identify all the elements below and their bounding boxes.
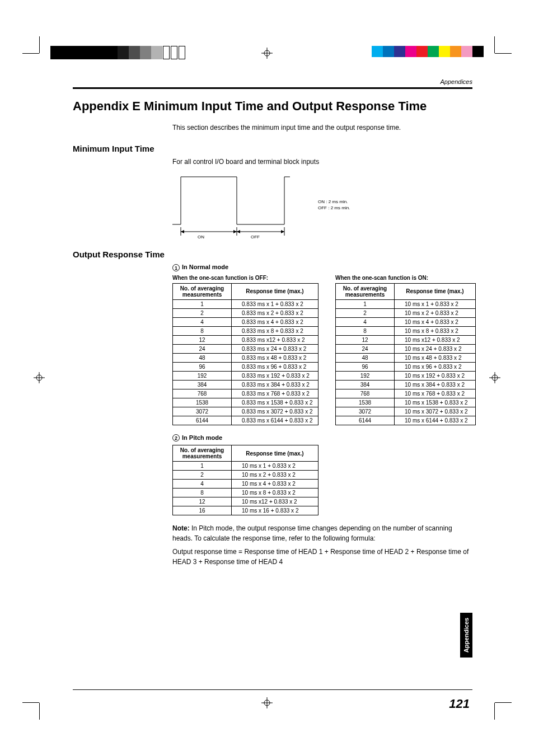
table-row: 80.833 ms x 8 + 0.833 x 2 [173,326,318,335]
color-bar [372,46,484,57]
registration-mark-icon [261,697,273,708]
table-row: 19210 ms x 192 + 0.833 x 2 [336,371,476,380]
table-row: 20.833 ms x 2 + 0.833 x 2 [173,308,318,317]
table-row: 30720.833 ms x 3072 + 0.833 x 2 [173,407,318,416]
diagram-on-label: ON [198,234,204,240]
crop-mark [495,702,512,703]
grayscale-bar [50,46,186,59]
table-header: Response time (max.) [395,283,476,299]
section-subtext: For all control I/O board and terminal b… [172,158,472,166]
note-block: Note: In Pitch mode, the output response… [172,523,472,567]
response-table-pitch: No. of averaging measurements Response t… [172,445,318,515]
table-row: 9610 ms x 96 + 0.833 x 2 [336,362,476,371]
registration-mark-icon [34,372,45,383]
response-table-on: No. of averaging measurements Response t… [335,283,476,425]
table-header: Response time (max.) [232,445,318,462]
svg-marker-25 [233,230,237,233]
crop-mark [495,53,512,54]
mode-heading: 2In Pitch mode [172,434,472,442]
crop-mark [494,703,495,720]
running-header: Appendices [73,78,472,85]
crop-mark [39,703,40,720]
svg-marker-24 [181,230,184,233]
table-row: 40.833 ms x 4 + 0.833 x 2 [173,317,318,326]
crop-mark [22,53,39,54]
section-heading: Output Response Time [73,250,472,259]
table-row: 1210 ms x12 + 0.833 x 2 [173,497,318,506]
registration-mark-icon [489,372,500,383]
timing-diagram: ON OFF [172,171,290,238]
mode-heading: 1In Normal mode [172,264,472,271]
table-row: 15380.833 ms x 1538 + 0.833 x 2 [173,398,318,407]
note-formula: Output response time = Response time of … [172,547,472,567]
table-row: 2410 ms x 24 + 0.833 x 2 [336,344,476,353]
svg-marker-27 [281,230,284,233]
diagram-legend: ON : 2 ms min. OFF : 2 ms min. [318,199,350,211]
table-row: 4810 ms x 48 + 0.833 x 2 [336,353,476,362]
table-header: Response time (max.) [232,283,318,299]
table-row: 210 ms x 2 + 0.833 x 2 [336,308,476,317]
intro-text: This section describes the minimum input… [172,124,472,132]
table-row: 410 ms x 4 + 0.833 x 2 [336,317,476,326]
crop-mark [22,702,39,703]
table-caption: When the one-scan function is OFF: [172,275,318,281]
side-tab: Appendices [460,613,472,658]
circled-number-icon: 2 [172,434,180,442]
table-row: 120.833 ms x12 + 0.833 x 2 [173,335,318,344]
table-row: 210 ms x 2 + 0.833 x 2 [173,471,318,480]
table-row: 614410 ms x 6144 + 0.833 x 2 [336,416,476,425]
response-table-off: No. of averaging measurements Response t… [172,283,318,425]
table-header: No. of averaging measurements [173,283,232,299]
table-row: 153810 ms x 1538 + 0.833 x 2 [336,398,476,407]
diagram-off-label: OFF [251,234,260,240]
table-row: 480.833 ms x 48 + 0.833 x 2 [173,353,318,362]
table-row: 110 ms x 1 + 0.833 x 2 [173,462,318,471]
table-row: 1210 ms x12 + 0.833 x 2 [336,335,476,344]
table-row: 1610 ms x 16 + 0.833 x 2 [173,506,318,515]
table-row: 76810 ms x 768 + 0.833 x 2 [336,389,476,398]
table-row: 960.833 ms x 96 + 0.833 x 2 [173,362,318,371]
table-header: No. of averaging measurements [173,445,232,462]
crop-mark [494,36,495,53]
circled-number-icon: 1 [172,264,180,271]
registration-mark-icon [261,48,273,59]
table-row: 1920.833 ms x 192 + 0.833 x 2 [173,371,318,380]
table-row: 3840.833 ms x 384 + 0.833 x 2 [173,380,318,389]
page-number: 121 [449,697,470,711]
table-row: 240.833 ms x 24 + 0.833 x 2 [173,344,318,353]
table-row: 810 ms x 8 + 0.833 x 2 [336,326,476,335]
table-row: 7680.833 ms x 768 + 0.833 x 2 [173,389,318,398]
svg-marker-26 [237,230,240,233]
table-row: 110 ms x 1 + 0.833 x 2 [336,299,476,308]
header-rule [73,87,472,89]
table-row: 410 ms x 4 + 0.833 x 2 [173,480,318,489]
table-row: 61440.833 ms x 6144 + 0.833 x 2 [173,416,318,425]
crop-mark [39,36,40,53]
table-row: 38410 ms x 384 + 0.833 x 2 [336,380,476,389]
table-caption: When the one-scan function is ON: [335,275,476,281]
footer-rule [73,689,472,690]
table-row: 307210 ms x 3072 + 0.833 x 2 [336,407,476,416]
page-title: Appendix E Minimum Input Time and Output… [73,99,472,114]
table-header: No. of averaging measurements [336,283,395,299]
section-heading: Minimum Input Time [73,144,472,153]
table-row: 10.833 ms x 1 + 0.833 x 2 [173,299,318,308]
table-row: 810 ms x 8 + 0.833 x 2 [173,489,318,497]
